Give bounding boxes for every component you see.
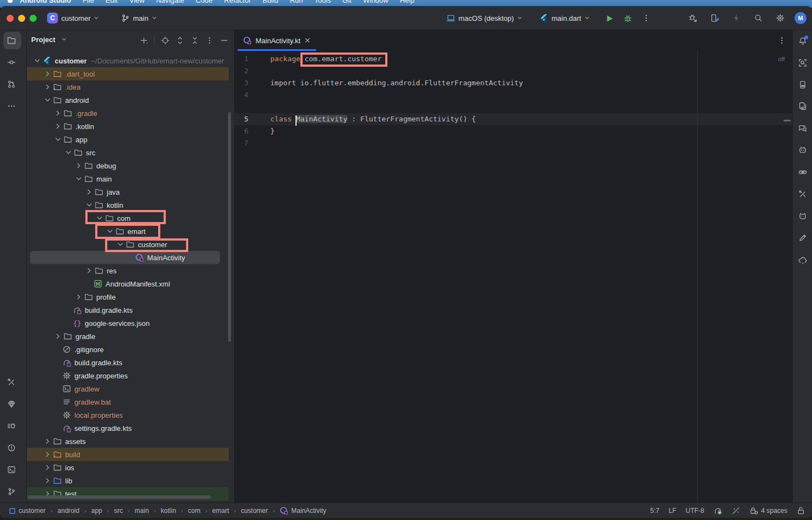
menu-view[interactable]: View xyxy=(129,0,144,4)
code-line-5[interactable]: class MainActivity : FlutterFragmentActi… xyxy=(270,113,476,125)
file-writable-icon[interactable] xyxy=(797,506,805,515)
breadcrumb-main-4[interactable]: main xyxy=(135,507,149,515)
more-run-options-button[interactable] xyxy=(642,14,651,22)
collapse-all-icon[interactable] xyxy=(190,36,199,45)
breadcrumb-com-6[interactable]: com xyxy=(188,507,200,515)
tree-horizontal-scrollbar[interactable] xyxy=(28,495,211,499)
tree-item-customer[interactable]: customer xyxy=(27,238,229,251)
tree-item-kotlin[interactable]: kotlin xyxy=(27,198,229,212)
chevron-down-icon[interactable] xyxy=(54,135,62,144)
settings-gear-button[interactable] xyxy=(776,14,785,22)
chevron-right-icon[interactable] xyxy=(74,161,83,170)
tree-item-build[interactable]: *build xyxy=(27,448,229,461)
chevron-right-icon[interactable] xyxy=(54,122,62,131)
attach-debugger-button[interactable] xyxy=(688,14,697,22)
tree-item-main[interactable]: main xyxy=(27,172,229,185)
chevron-right-icon[interactable] xyxy=(43,450,52,459)
device-selector[interactable]: macOS (desktop) xyxy=(446,12,523,24)
tree-item-src[interactable]: src xyxy=(27,146,229,159)
code-line-3[interactable]: import io.flutter.embedding.android.Flut… xyxy=(270,77,523,89)
breadcrumb-customer-0[interactable]: customer xyxy=(9,507,45,515)
chevron-down-icon[interactable] xyxy=(61,37,67,42)
line-number-6[interactable]: 6 xyxy=(234,125,248,137)
tab-mainactivity-kt[interactable]: MainActivity.kt ✕ xyxy=(237,30,316,51)
tool-flutter-editor-icon[interactable] xyxy=(798,233,807,242)
line-number-7[interactable]: 7 xyxy=(234,137,248,149)
minimize-window-button[interactable] xyxy=(18,15,25,22)
chevron-right-icon[interactable] xyxy=(43,463,52,472)
tree-item-android[interactable]: android xyxy=(27,94,229,107)
tree-item-gradle[interactable]: .gradle xyxy=(27,107,229,120)
line-separator[interactable]: LF xyxy=(669,507,676,515)
tool-build-tools-icon[interactable] xyxy=(7,378,16,387)
chevron-down-icon[interactable] xyxy=(64,148,73,157)
chevron-down-icon[interactable] xyxy=(43,96,52,104)
menu-build[interactable]: Build xyxy=(263,0,279,4)
tree-item-google-services-json[interactable]: {}google-services.json xyxy=(27,317,229,330)
chevron-right-icon[interactable] xyxy=(43,437,52,446)
locate-file-icon[interactable] xyxy=(161,36,170,45)
expand-all-icon[interactable] xyxy=(176,36,184,45)
menu-window[interactable]: Window xyxy=(363,0,388,4)
tool-studio-bot-icon[interactable] xyxy=(798,145,807,154)
tool-commit-icon[interactable] xyxy=(7,58,16,67)
tree-item-profile[interactable]: profile xyxy=(27,290,229,303)
tool-more-tool-windows-icon[interactable] xyxy=(7,102,16,110)
tool-flutter-inspector-icon[interactable] xyxy=(798,59,807,67)
tree-item-gitignore[interactable]: .gitignore xyxy=(27,343,229,356)
tool-problems-icon[interactable] xyxy=(7,443,16,452)
tool-device-manager-icon[interactable] xyxy=(798,102,807,110)
run-button[interactable] xyxy=(605,14,613,22)
chevron-right-icon[interactable] xyxy=(54,109,62,118)
close-window-button[interactable] xyxy=(7,15,14,22)
tab-options-button[interactable] xyxy=(778,36,786,45)
tool-terminal-icon[interactable] xyxy=(7,465,16,474)
chevron-right-icon[interactable] xyxy=(85,188,94,196)
breadcrumb-mainactivity-9[interactable]: MainActivity xyxy=(280,506,326,515)
chevron-down-icon[interactable] xyxy=(33,56,42,65)
tree-item-local-properties[interactable]: local.properties xyxy=(27,408,229,422)
tree-item-gradle-properties[interactable]: gradle.properties xyxy=(27,369,229,382)
file-encoding[interactable]: UTF-8 xyxy=(686,507,704,515)
menu-git[interactable]: Git xyxy=(343,0,352,4)
breadcrumb-android-1[interactable]: android xyxy=(57,507,79,515)
chevron-down-icon[interactable] xyxy=(85,201,94,209)
tree-item-gradle[interactable]: gradle xyxy=(27,330,229,343)
menu-code[interactable]: Code xyxy=(196,0,213,4)
tool-running-devices-icon[interactable] xyxy=(798,80,807,89)
zoom-window-button[interactable] xyxy=(30,15,37,22)
chevron-right-icon[interactable] xyxy=(43,69,52,78)
menu-edit[interactable]: Edit xyxy=(106,0,118,4)
tree-item-build-gradle-kts[interactable]: build.gradle.kts xyxy=(27,356,229,369)
tree-item-gradlew-bat[interactable]: gradlew.bat xyxy=(27,395,229,408)
tree-item-emart[interactable]: emart xyxy=(27,225,229,238)
project-widget[interactable]: C customer xyxy=(47,12,99,24)
tree-item-res[interactable]: res xyxy=(27,264,229,277)
breadcrumb-kotlin-5[interactable]: kotlin xyxy=(161,507,176,515)
hide-panel-icon[interactable] xyxy=(220,36,229,45)
chevron-down-icon[interactable] xyxy=(95,214,104,223)
tree-item-java[interactable]: java xyxy=(27,185,229,198)
run-config-selector[interactable]: main.dart xyxy=(540,12,590,24)
chevron-down-icon[interactable] xyxy=(106,227,114,236)
gradle-sync-icon[interactable] xyxy=(714,506,722,515)
tree-item-lib[interactable]: lib xyxy=(27,474,229,487)
menu-refactor[interactable]: Refactor xyxy=(224,0,251,4)
breadcrumb-app-2[interactable]: app xyxy=(91,507,102,515)
tool-flutter-performance-icon[interactable] xyxy=(798,168,807,177)
tree-item-debug[interactable]: debug xyxy=(27,159,229,172)
user-avatar[interactable]: M xyxy=(794,12,807,24)
tree-item-app[interactable]: app xyxy=(27,133,229,146)
line-number-5[interactable]: 5 xyxy=(234,113,248,125)
tree-item-kotlin[interactable]: .kotlin xyxy=(27,120,229,133)
tree-vertical-scrollbar[interactable] xyxy=(228,112,231,342)
tree-item-ios[interactable]: ios xyxy=(27,461,229,474)
tool-version-control-icon[interactable] xyxy=(7,487,16,496)
tree-item-com[interactable]: com xyxy=(27,212,229,225)
branch-widget[interactable]: main xyxy=(121,12,157,24)
menu-tools[interactable]: Tools xyxy=(315,0,331,4)
debug-button[interactable] xyxy=(623,14,632,22)
tool-project-folder-icon[interactable] xyxy=(7,36,16,45)
chevron-right-icon[interactable] xyxy=(85,266,94,275)
code-line-1[interactable]: package com.emart.customer xyxy=(270,53,382,65)
